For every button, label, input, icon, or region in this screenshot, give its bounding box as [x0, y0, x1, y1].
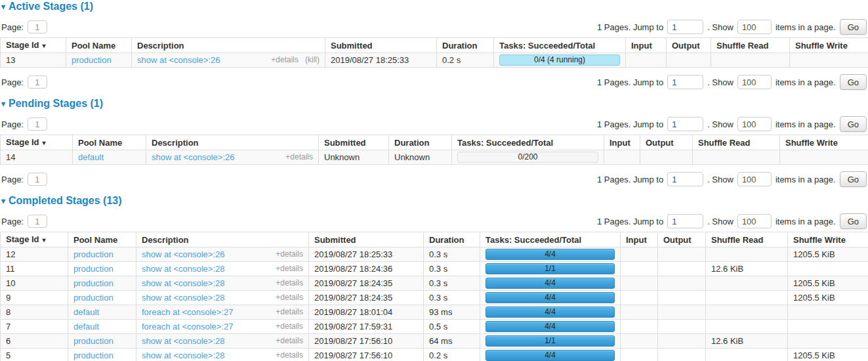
stage-row: 9productionshow at <console>:28+details2… — [1, 291, 868, 305]
show-items-input[interactable] — [737, 214, 772, 228]
description-link[interactable]: show at <console>:28 — [142, 278, 224, 288]
column-header-submitted[interactable]: Submitted — [319, 135, 389, 150]
pool-name-link[interactable]: production — [73, 350, 114, 360]
pool-name-link[interactable]: default — [73, 322, 99, 331]
details-toggle[interactable]: +details — [276, 249, 303, 259]
column-header-output[interactable]: Output — [658, 232, 706, 247]
column-header-duration[interactable]: Duration — [389, 135, 452, 150]
details-toggle[interactable]: +details — [276, 307, 303, 317]
pending-stages-heading[interactable]: ▾Pending Stages (1) — [1, 98, 868, 110]
column-header-stage-id[interactable]: Stage Id▾ — [1, 135, 73, 150]
go-button[interactable]: Go — [840, 74, 867, 90]
column-header-pool-name[interactable]: Pool Name — [68, 232, 136, 247]
description-link[interactable]: show at <console>:28 — [142, 350, 224, 360]
pool-name-link[interactable]: default — [73, 307, 99, 317]
pool-name-link[interactable]: production — [72, 55, 112, 65]
input-cell — [621, 320, 658, 334]
description-link[interactable]: show at <console>:28 — [142, 293, 224, 303]
page-number-input[interactable] — [28, 20, 47, 33]
description-link[interactable]: show at <console>:28 — [142, 336, 224, 346]
output-cell — [658, 334, 706, 349]
go-button[interactable]: Go — [840, 171, 867, 187]
kill-link[interactable]: (kill) — [305, 55, 320, 65]
description-link[interactable]: show at <console>:26 — [142, 249, 224, 259]
active-stages-heading[interactable]: ▾Active Stages (1) — [1, 1, 868, 12]
go-button[interactable]: Go — [840, 19, 867, 35]
column-header-output[interactable]: Output — [640, 135, 693, 150]
show-items-input[interactable] — [737, 117, 772, 131]
column-header-output[interactable]: Output — [667, 38, 711, 53]
column-header-shuffle-write[interactable]: Shuffle Write — [790, 38, 868, 53]
column-header-tasks-succeeded-total[interactable]: Tasks: Succeeded/Total — [494, 38, 626, 53]
go-button[interactable]: Go — [840, 116, 867, 132]
pool-name-link[interactable]: production — [73, 278, 114, 288]
duration-cell: 93 ms — [424, 305, 480, 320]
column-header-stage-id[interactable]: Stage Id▾ — [1, 38, 66, 53]
column-header-shuffle-read[interactable]: Shuffle Read — [693, 135, 780, 150]
stage-id-cell: 8 — [1, 305, 68, 320]
column-header-description[interactable]: Description — [136, 232, 309, 247]
output-cell — [658, 276, 706, 291]
description-link[interactable]: foreach at <console>:27 — [142, 307, 234, 317]
page-number-input[interactable] — [28, 215, 47, 228]
tasks-cell: 0/4 (4 running) — [494, 53, 626, 68]
pool-name-link[interactable]: default — [78, 152, 104, 162]
input-cell — [621, 262, 658, 276]
output-cell — [640, 150, 693, 165]
pool-name-link[interactable]: production — [73, 293, 114, 303]
details-toggle[interactable]: +details — [276, 278, 303, 288]
details-toggle[interactable]: +details — [276, 264, 303, 274]
jump-to-input[interactable] — [667, 20, 703, 34]
stage-row: 5productionshow at <console>:28+details2… — [1, 349, 868, 361]
column-header-shuffle-read[interactable]: Shuffle Read — [711, 38, 790, 53]
details-toggle[interactable]: +details — [276, 336, 303, 346]
column-header-duration[interactable]: Duration — [424, 232, 480, 247]
column-header-tasks-succeeded-total[interactable]: Tasks: Succeeded/Total — [480, 232, 621, 247]
pool-name-link[interactable]: production — [73, 336, 114, 346]
column-header-submitted[interactable]: Submitted — [309, 232, 424, 247]
column-header-input[interactable]: Input — [604, 135, 640, 150]
column-header-shuffle-write[interactable]: Shuffle Write — [788, 232, 868, 247]
duration-cell: 0.2 s — [437, 53, 494, 68]
completed-stages-heading[interactable]: ▾Completed Stages (13) — [1, 195, 868, 207]
jump-to-input[interactable] — [667, 75, 703, 89]
column-header-stage-id[interactable]: Stage Id▾ — [1, 232, 68, 247]
column-header-pool-name[interactable]: Pool Name — [73, 135, 146, 150]
page-number-input[interactable] — [28, 117, 47, 131]
description-cell: show at <console>:28+details — [136, 349, 309, 361]
description-link[interactable]: show at <console>:26 — [137, 55, 220, 65]
details-toggle[interactable]: +details — [276, 350, 303, 360]
column-header-input[interactable]: Input — [626, 38, 667, 53]
column-header-description[interactable]: Description — [146, 135, 319, 150]
pages-jump-label: 1 Pages. Jump to — [597, 175, 663, 184]
jump-to-input[interactable] — [667, 117, 703, 131]
pool-name-link[interactable]: production — [73, 264, 114, 274]
description-link[interactable]: show at <console>:28 — [142, 264, 224, 274]
pool-name-link[interactable]: production — [73, 249, 114, 259]
column-header-description[interactable]: Description — [132, 38, 325, 53]
column-header-tasks-succeeded-total[interactable]: Tasks: Succeeded/Total — [452, 135, 604, 150]
column-header-duration[interactable]: Duration — [437, 38, 494, 53]
show-items-input[interactable] — [737, 172, 772, 186]
page-number-input[interactable] — [28, 75, 47, 89]
column-header-shuffle-write[interactable]: Shuffle Write — [780, 135, 868, 150]
column-header-submitted[interactable]: Submitted — [325, 38, 437, 53]
column-header-input[interactable]: Input — [621, 232, 658, 247]
details-toggle[interactable]: +details — [276, 322, 303, 331]
page-label: Page: — [1, 77, 24, 87]
go-button[interactable]: Go — [840, 213, 867, 229]
details-toggle[interactable]: +details — [271, 55, 299, 65]
page-number-input[interactable] — [28, 173, 47, 186]
jump-to-input[interactable] — [667, 172, 703, 186]
description-link[interactable]: foreach at <console>:27 — [142, 322, 234, 331]
column-header-shuffle-read[interactable]: Shuffle Read — [706, 232, 788, 247]
show-items-input[interactable] — [737, 75, 772, 89]
details-toggle[interactable]: +details — [276, 293, 303, 303]
description-link[interactable]: show at <console>:26 — [152, 152, 234, 162]
column-header-pool-name[interactable]: Pool Name — [66, 38, 132, 53]
tasks-cell: 0/200 — [452, 150, 604, 165]
details-toggle[interactable]: +details — [285, 152, 313, 162]
pool-name-cell: production — [68, 276, 136, 291]
jump-to-input[interactable] — [667, 214, 703, 228]
show-items-input[interactable] — [737, 20, 772, 34]
